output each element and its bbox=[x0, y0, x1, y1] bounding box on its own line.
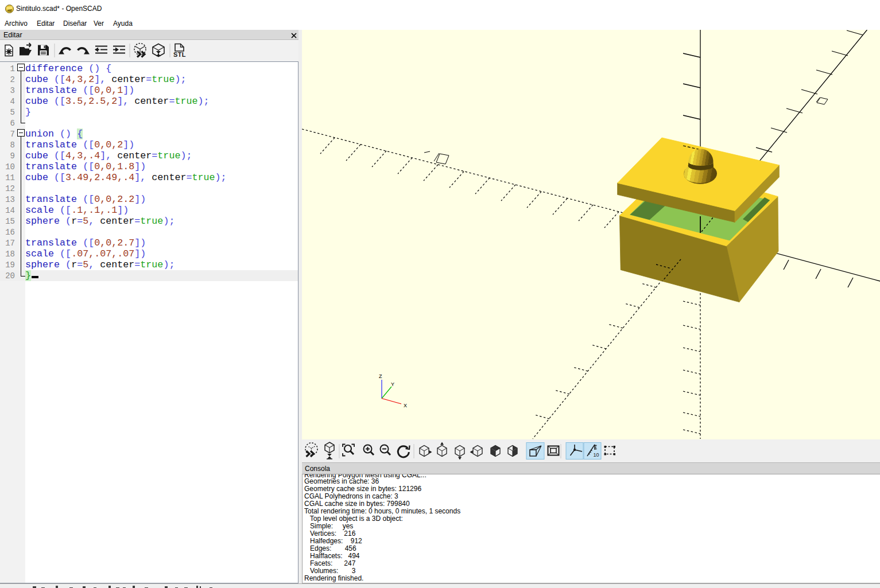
svg-text:10: 10 bbox=[594, 452, 599, 458]
svg-text:X: X bbox=[404, 403, 407, 408]
svg-text:Y: Y bbox=[391, 381, 394, 387]
svg-text:STL: STL bbox=[173, 51, 186, 58]
svg-text:Z: Z bbox=[379, 373, 382, 379]
